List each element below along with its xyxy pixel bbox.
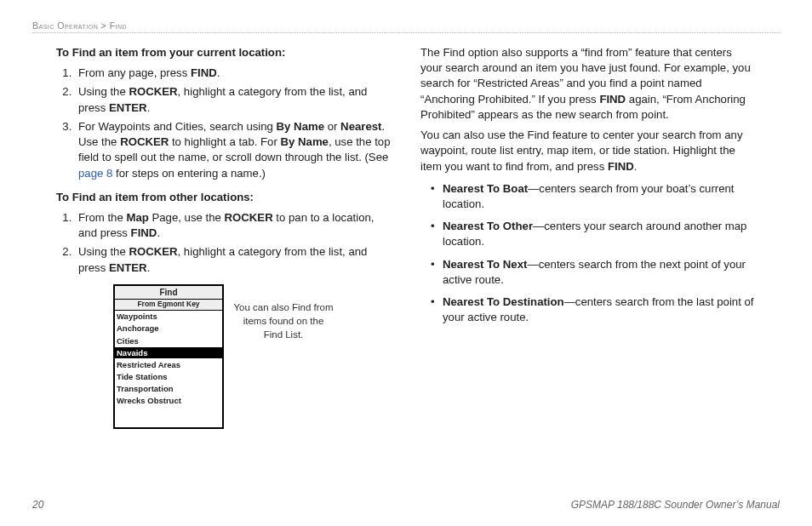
shot-list-item: Anchorage [115,323,222,334]
step: For Waypoints and Cities, search using B… [75,119,392,181]
manual-title: GPSMAP 188/188C Sounder Owner’s Manual [571,499,780,511]
shot-list-item: Tide Stations [115,371,222,383]
shot-list-item: Restricted Areas [115,359,222,371]
nearest-list: Nearest To Boat—centers search from your… [420,181,756,326]
paragraph: You can also use the Find feature to cen… [420,128,756,174]
step: From any page, press FIND. [75,66,392,81]
page-footer: 20 GPSMAP 188/188C Sounder Owner’s Manua… [32,490,780,511]
step: Using the ROCKER, highlight a category f… [75,84,392,115]
shot-list-item: Waypoints [115,311,222,323]
screenshot-caption: You can also Find from items found on th… [232,301,335,342]
heading-find-current: To Find an item from your current locati… [56,45,392,60]
paragraph: The Find option also supports a “find fr… [420,45,756,123]
shot-list-item: Wrecks Obstruct [115,395,222,407]
list-item: Nearest To Boat—centers search from your… [431,181,756,212]
steps-current: From any page, press FIND. Using the ROC… [56,66,392,181]
shot-items: WaypointsAnchorageCitiesNavaidsRestricte… [115,311,222,407]
step: Using the ROCKER, highlight a category f… [75,244,392,275]
shot-list-item: Transportation [115,383,222,395]
shot-subtitle: From Egmont Key [115,300,222,312]
find-list-screenshot: Find From Egmont Key WaypointsAnchorageC… [113,284,224,429]
shot-title: Find [115,286,222,300]
shot-list-item: Cities [115,335,222,347]
list-item: Nearest To Other—centers your search aro… [431,219,756,249]
page-number: 20 [32,499,43,511]
shot-list-item: Navaids [115,347,222,359]
heading-find-other: To Find an item from other locations: [56,190,392,205]
list-item: Nearest To Next—centers search from the … [431,257,756,288]
list-item: Nearest To Destination—centers search fr… [431,294,756,325]
right-column: The Find option also supports a “find fr… [420,40,756,490]
breadcrumb: Basic Operation > Find [32,20,780,33]
step: From the Map Page, use the ROCKER to pan… [75,210,392,241]
left-column: To Find an item from your current locati… [56,40,392,490]
steps-other: From the Map Page, use the ROCKER to pan… [56,210,392,276]
